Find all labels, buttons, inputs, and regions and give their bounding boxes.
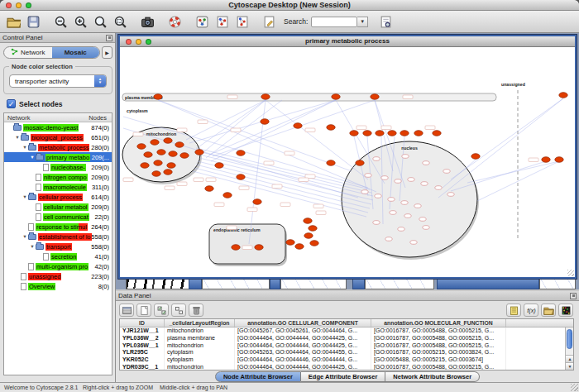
table-cell[interactable]: YDR039C__1: [120, 364, 165, 370]
network-edge[interactable]: [467, 161, 559, 183]
network-node[interactable]: [154, 94, 162, 100]
background-window[interactable]: [126, 279, 192, 289]
network-node-small[interactable]: [402, 155, 409, 159]
network-node[interactable]: [363, 131, 371, 136]
expander-icon[interactable]: ▼: [14, 135, 21, 140]
network-node-small[interactable]: [375, 194, 381, 198]
network-node-small[interactable]: [404, 214, 411, 218]
node-color-dropdown[interactable]: transporter activity ▲▼: [9, 74, 107, 88]
node-label-chip[interactable]: [425, 126, 435, 130]
open-attributes-icon[interactable]: [541, 304, 556, 317]
network-node[interactable]: [175, 142, 184, 148]
table-cell[interactable]: YPL036W__2: [120, 335, 165, 342]
table-cell[interactable]: mitochondrion: [165, 364, 235, 370]
network-view-window[interactable]: primary metabolic process plasma membran…: [118, 35, 577, 279]
tab-edge-attribute-browser[interactable]: Edge Attribute Browser: [301, 371, 385, 382]
network-edge[interactable]: [193, 171, 366, 217]
tree-row-nucleobase-[interactable]: nucleobase-209(0): [4, 162, 112, 172]
network-node[interactable]: [356, 160, 364, 166]
node-label-chip[interactable]: [133, 132, 143, 136]
network-window-titlebar[interactable]: primary metabolic process: [120, 36, 575, 47]
table-cell[interactable]: plasma membrane: [165, 335, 235, 342]
import-notes-icon[interactable]: [506, 304, 521, 317]
network-node[interactable]: [169, 151, 177, 157]
tab-overflow-button[interactable]: ▶: [102, 46, 112, 59]
attribute-table[interactable]: ID_cellularLayoutRegionannotation.GO CEL…: [119, 318, 574, 370]
network-node[interactable]: [286, 240, 294, 246]
network-node-small[interactable]: [423, 226, 429, 230]
table-cell[interactable]: mitochondrion: [165, 342, 235, 350]
network-node[interactable]: [261, 119, 269, 125]
network-node[interactable]: [151, 140, 159, 146]
region-nucleus[interactable]: [342, 141, 477, 257]
node-label-chip[interactable]: [264, 161, 274, 165]
app-titlebar[interactable]: Cytoscape Desktop (New Session): [0, 0, 579, 11]
network-node[interactable]: [223, 193, 232, 198]
table-cell[interactable]: [GO:0044464, GO:0044446, GO:0044444, G..…: [235, 356, 371, 364]
network-node[interactable]: [294, 123, 302, 129]
node-label-chip[interactable]: [198, 120, 208, 124]
network-node-small[interactable]: [423, 161, 429, 165]
vizmapper-icon[interactable]: [192, 12, 212, 31]
table-cell[interactable]: YPL036W__1: [120, 342, 165, 350]
network-node[interactable]: [180, 153, 189, 159]
node-label-chip[interactable]: [123, 178, 133, 182]
expander-icon[interactable]: ▼: [22, 234, 28, 239]
background-window[interactable]: [280, 279, 347, 289]
table-scrollbar[interactable]: ▲ ▼: [565, 327, 573, 370]
network-node[interactable]: [332, 94, 340, 100]
delete-attribute-icon[interactable]: [189, 304, 203, 317]
tree-row-establishment-of-lo[interactable]: ▼establishment of lo558(0): [4, 232, 112, 241]
network-node[interactable]: [141, 163, 149, 169]
table-row[interactable]: YKR052Ccytoplasm[GO:0044464, GO:0044446,…: [120, 356, 573, 364]
background-window-bar[interactable]: [352, 279, 365, 289]
network-node-small[interactable]: [373, 157, 380, 161]
network-node-small[interactable]: [381, 176, 388, 180]
network-node[interactable]: [253, 199, 261, 205]
network-node[interactable]: [388, 131, 396, 136]
zoom-fit-icon[interactable]: [90, 12, 110, 31]
network-node[interactable]: [371, 94, 379, 100]
node-label-chip[interactable]: [529, 158, 538, 162]
network-node-small[interactable]: [408, 178, 414, 182]
network-node[interactable]: [167, 163, 175, 169]
table-cell[interactable]: [GO:0016787, GO:0005215, GO:0003824, G..…: [371, 349, 506, 356]
new-attribute-icon[interactable]: [136, 304, 151, 317]
scrollbar-thumb[interactable]: [567, 329, 572, 349]
network-canvas[interactable]: plasma membranemitochondrionnucleusendop…: [120, 47, 575, 277]
network-node-small[interactable]: [414, 204, 421, 208]
network-edge[interactable]: [266, 100, 368, 179]
node-label-chip[interactable]: [239, 186, 249, 190]
network-node-small[interactable]: [388, 198, 395, 202]
network-node[interactable]: [350, 131, 358, 136]
background-window[interactable]: [539, 279, 576, 289]
table-cell[interactable]: YJR121W__1: [120, 327, 165, 335]
save-icon[interactable]: [23, 12, 43, 31]
tree-row-mosaic-demo-yeast[interactable]: mosaic-demo-yeast874(0): [4, 122, 112, 132]
network-edge[interactable]: [199, 155, 373, 196]
search-input[interactable]: [311, 17, 357, 27]
network-node[interactable]: [232, 245, 240, 251]
network-node[interactable]: [154, 160, 162, 166]
table-cell[interactable]: [GO:0016787, GO:0005488, GO:0005215, G..…: [371, 327, 506, 335]
open-file-icon[interactable]: [3, 12, 23, 31]
configure-search-icon[interactable]: [376, 12, 395, 31]
tab-network-attribute-browser[interactable]: Network Attribute Browser: [385, 371, 480, 382]
network-node[interactable]: [164, 170, 172, 175]
table-cell[interactable]: [GO:0044464, GO:0044444, GO:0044425, G..…: [235, 342, 371, 350]
network-node[interactable]: [215, 163, 223, 169]
table-cell[interactable]: [GO:0016787, GO:0005488, GO:0005215, G..…: [371, 364, 506, 370]
expander-icon[interactable]: ▼: [22, 145, 28, 150]
select-attributes-icon[interactable]: [154, 304, 169, 317]
network-node[interactable]: [237, 174, 245, 180]
select-nodes-checkbox[interactable]: ✓: [7, 99, 16, 108]
layout-a-icon[interactable]: [212, 12, 232, 31]
network-edge[interactable]: [209, 100, 336, 155]
search-dropdown-button[interactable]: ▼: [357, 17, 368, 27]
table-cell[interactable]: [GO:0044464, GO:0044444, GO:0044425, G..…: [235, 335, 371, 342]
tree-row-primary-metabo[interactable]: ▼primary metabo209(...: [4, 152, 112, 162]
network-node[interactable]: [555, 157, 563, 163]
network-node[interactable]: [376, 131, 384, 136]
tree-row-cellular-process[interactable]: ▼cellular process614(0): [4, 192, 112, 202]
node-label-chip[interactable]: [247, 208, 257, 212]
